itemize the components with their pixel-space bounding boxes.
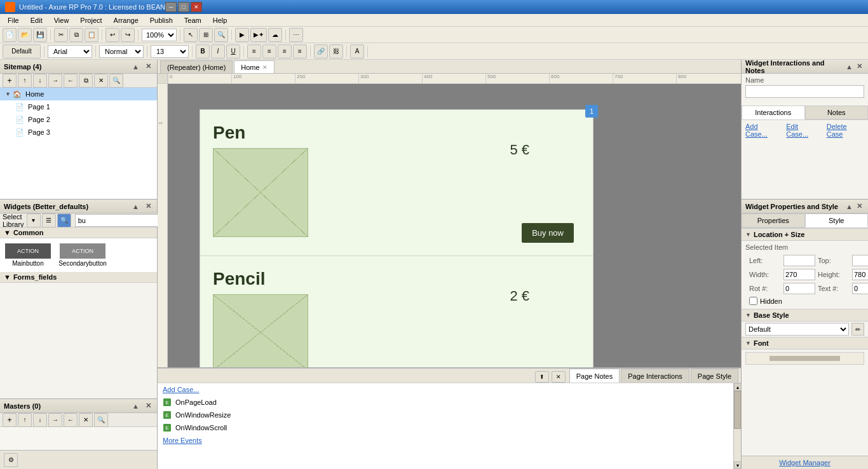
font-size-select[interactable]: 13	[151, 45, 189, 58]
forms-section-header[interactable]: ▼ Forms_fields	[0, 272, 157, 283]
wi-expand-icon[interactable]: ▲	[844, 62, 855, 71]
minimize-button[interactable]: ─	[165, 2, 177, 12]
masters-add-btn[interactable]: +	[3, 413, 17, 427]
masters-down-btn[interactable]: ↓	[33, 413, 47, 427]
masters-up-btn[interactable]: ↑	[18, 413, 32, 427]
tab-style[interactable]: Style	[805, 214, 869, 228]
widget-manager-link[interactable]: Widget Manager	[779, 459, 831, 466]
name-input[interactable]	[745, 85, 864, 98]
wi-close-icon[interactable]: ✕	[855, 62, 864, 71]
font-color-button[interactable]: A	[350, 44, 364, 58]
sitemap-outdent-btn[interactable]: ←	[64, 74, 78, 88]
height-input[interactable]	[852, 269, 868, 280]
sitemap-page3-item[interactable]: 📄 Page 3	[0, 126, 157, 139]
more-events-link[interactable]: More Events	[163, 437, 202, 444]
zoom-select[interactable]: 100%	[142, 29, 177, 41]
pointer-button[interactable]: ↖	[184, 28, 198, 42]
wp-close-icon[interactable]: ✕	[855, 201, 864, 211]
base-style-edit-btn[interactable]: ✏	[851, 323, 864, 336]
open-button[interactable]: 📂	[18, 28, 32, 42]
default-style-btn[interactable]: Default	[3, 44, 41, 58]
sitemap-search-btn[interactable]: 🔍	[109, 74, 123, 88]
menu-team[interactable]: Team	[179, 15, 207, 25]
hidden-checkbox[interactable]	[749, 297, 757, 305]
close-button[interactable]: ✕	[191, 2, 202, 12]
font-style-select[interactable]: Normal	[99, 45, 144, 58]
menu-help[interactable]: Help	[208, 15, 233, 25]
scrollbar-thumb[interactable]	[734, 391, 741, 429]
copy-button[interactable]: ⧉	[69, 28, 83, 42]
tab-interactions[interactable]: Interactions	[742, 105, 805, 119]
sitemap-expand-icon[interactable]: ▲	[130, 62, 141, 71]
add-case-action[interactable]: Add Case...	[745, 123, 781, 138]
unlink-button[interactable]: ⛓	[329, 44, 343, 58]
italic-button[interactable]: I	[211, 44, 225, 58]
align-left-button[interactable]: ≡	[247, 44, 261, 58]
paste-button[interactable]: 📋	[85, 28, 98, 42]
zoom-tool-button[interactable]: 🔍	[214, 28, 228, 42]
menu-project[interactable]: Project	[75, 15, 107, 25]
undo-button[interactable]: ↩	[105, 28, 119, 42]
masters-search-btn[interactable]: 🔍	[94, 413, 108, 427]
library-dropdown-btn[interactable]: ▾	[27, 214, 41, 228]
secondarybutton-widget[interactable]: ACTION Secondarybutton	[57, 241, 108, 269]
redo-button[interactable]: ↪	[121, 28, 135, 42]
underline-button[interactable]: U	[226, 44, 240, 58]
library-search-btn[interactable]: 🔍	[57, 214, 71, 228]
bottom-panel-close-btn[interactable]: ✕	[552, 371, 566, 383]
crop-button[interactable]: ⊞	[199, 28, 213, 42]
sitemap-up-btn[interactable]: ↑	[18, 74, 32, 88]
canvas-tab-repeater[interactable]: (Repeater) (Home)	[160, 60, 233, 73]
widgets-expand-icon[interactable]: ▲	[130, 202, 141, 211]
bl-btn1[interactable]: ⚙	[4, 453, 18, 467]
align-justify-button[interactable]: ≡	[293, 44, 307, 58]
event-onpageload[interactable]: E OnPageLoad	[163, 396, 728, 409]
tab-page-interactions[interactable]: Page Interactions	[621, 369, 689, 383]
sitemap-duplicate-btn[interactable]: ⧉	[79, 74, 93, 88]
delete-case-action[interactable]: Delete Case	[827, 123, 864, 138]
canvas-scroll[interactable]: 1 Pen Writing	[168, 84, 741, 367]
location-toggle-icon[interactable]: ▼	[745, 231, 751, 238]
font-family-select[interactable]: Arial	[48, 45, 92, 58]
menu-file[interactable]: File	[3, 15, 24, 25]
masters-delete-btn[interactable]: ✕	[79, 413, 93, 427]
left-input[interactable]	[783, 255, 815, 266]
bottom-scrollbar[interactable]: ▲ ▼	[733, 383, 741, 469]
sitemap-down-btn[interactable]: ↓	[33, 74, 47, 88]
sitemap-page2-item[interactable]: 📄 Page 2	[0, 113, 157, 126]
masters-outdent-btn[interactable]: ←	[64, 413, 78, 427]
tab-properties[interactable]: Properties	[742, 214, 805, 228]
preview-button[interactable]: ▶	[235, 28, 249, 42]
share-button[interactable]: ☁	[268, 28, 282, 42]
tab-notes[interactable]: Notes	[805, 105, 869, 119]
menu-arrange[interactable]: Arrange	[109, 15, 144, 25]
library-menu-btn[interactable]: ☰	[42, 214, 56, 228]
base-style-toggle-icon[interactable]: ▼	[745, 312, 751, 318]
width-input[interactable]	[783, 269, 815, 280]
masters-expand-icon[interactable]: ▲	[130, 402, 141, 411]
common-section-header[interactable]: ▼ Common	[0, 228, 157, 238]
sitemap-add-btn[interactable]: +	[3, 74, 17, 88]
widget-search-input[interactable]	[75, 214, 169, 227]
wp-expand-icon[interactable]: ▲	[844, 202, 855, 211]
sitemap-indent-btn[interactable]: →	[48, 74, 62, 88]
masters-close-icon[interactable]: ✕	[144, 401, 153, 411]
event-onwindowresize[interactable]: E OnWindowResize	[163, 409, 728, 421]
canvas-tab-home[interactable]: Home ✕	[234, 60, 274, 73]
event-onwindowscroll[interactable]: E OnWindowScroll	[163, 421, 728, 434]
mainbutton-widget[interactable]: ACTION Mainbutton	[3, 241, 53, 269]
sitemap-close-icon[interactable]: ✕	[144, 62, 153, 71]
masters-indent-btn[interactable]: →	[48, 413, 62, 427]
base-style-select[interactable]: Default	[745, 323, 849, 336]
bottom-panel-expand-btn[interactable]: ⬆	[535, 371, 549, 383]
align-center-button[interactable]: ≡	[262, 44, 276, 58]
bold-button[interactable]: B	[196, 44, 210, 58]
align-right-button[interactable]: ≡	[278, 44, 292, 58]
widgets-close-icon[interactable]: ✕	[144, 201, 153, 211]
new-button[interactable]: 📄	[3, 28, 17, 42]
tab-page-notes[interactable]: Page Notes	[569, 369, 620, 383]
restore-button[interactable]: □	[178, 2, 189, 12]
top-input[interactable]	[852, 255, 868, 266]
more-button[interactable]: ⋯	[289, 28, 303, 42]
link-button[interactable]: 🔗	[314, 44, 328, 58]
